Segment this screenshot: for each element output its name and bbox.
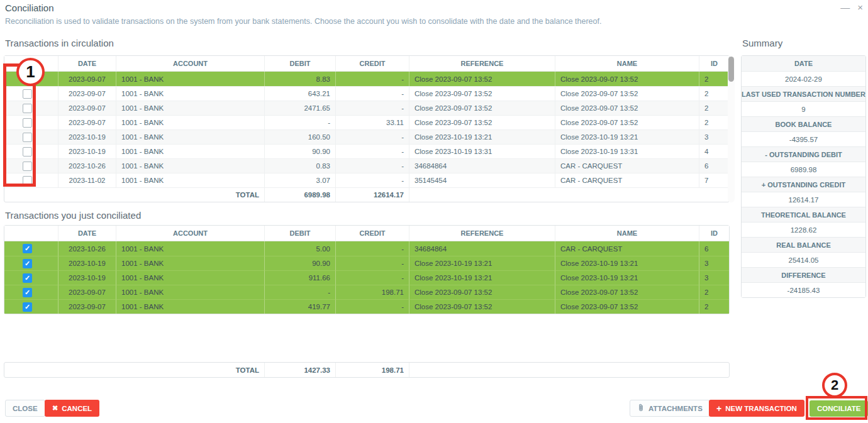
cell-reference: Close 2023-10-19 13:31 [409, 144, 555, 158]
conciliated-header-row: DATEACCOUNTDEBITCREDITREFERENCENAMEID [4, 226, 729, 241]
row-checkbox[interactable]: ✓ [23, 273, 32, 283]
transaction-row[interactable]: 2023-10-191001 - BANK90.90-Close 2023-10… [4, 144, 729, 158]
cell-name: Close 2023-09-07 13:52 [555, 86, 699, 101]
summary-label: THEORETICAL BALANCE [742, 207, 865, 222]
transaction-row[interactable]: ✓2023-10-191001 - BANK911.66-Close 2023-… [4, 270, 729, 285]
cell-credit: - [335, 129, 409, 144]
transaction-row[interactable]: ✓2023-10-261001 - BANK5.00-34684864CAR -… [4, 241, 729, 256]
column-header-date[interactable]: DATE [58, 226, 116, 241]
transaction-row[interactable]: 2023-09-071001 - BANK643.21-Close 2023-0… [4, 86, 729, 101]
new-transaction-button[interactable]: + NEW TRANSACTION [709, 400, 804, 417]
row-checkbox[interactable]: ✓ [23, 302, 32, 312]
transaction-row[interactable]: 2023-11-021001 - BANK3.07-35145454CAR - … [4, 173, 729, 187]
attachments-button[interactable]: ATTACHMENTS [630, 400, 710, 417]
summary-label: DATE [742, 56, 865, 71]
transaction-row[interactable]: 2023-09-071001 - BANK2471.65-Close 2023-… [4, 101, 729, 115]
summary-label: + OUTSTANDING CREDIT [742, 177, 865, 192]
cell-name: CAR - CARQUEST [555, 241, 699, 256]
cell-account: 1001 - BANK [116, 101, 264, 115]
cell-reference: Close 2023-09-07 13:52 [409, 86, 555, 101]
cell-credit: - [335, 256, 409, 270]
cell-debit: - [264, 115, 335, 129]
summary-label: BOOK BALANCE [742, 116, 865, 131]
x-icon: ✖ [52, 405, 58, 412]
close-icon[interactable]: × [857, 2, 863, 13]
conciliation-dialog: Conciliation — × Reconciliation is used … [0, 0, 868, 423]
cell-debit: 0.83 [264, 158, 335, 173]
cell-date: 2023-10-19 [58, 270, 116, 285]
cell-account: 1001 - BANK [116, 270, 264, 285]
column-header-credit[interactable]: CREDIT [335, 56, 409, 72]
column-header-date[interactable]: DATE [58, 56, 116, 72]
cancel-button[interactable]: ✖ CANCEL [45, 400, 99, 417]
cell-debit: 3.07 [264, 173, 335, 187]
cell-reference: Close 2023-09-07 13:52 [409, 101, 555, 115]
cell-name: Close 2023-09-07 13:52 [555, 72, 699, 86]
cell-id: 3 [699, 256, 729, 270]
cell-credit: - [335, 101, 409, 115]
cell-id: 2 [699, 115, 729, 129]
cell-credit: - [335, 241, 409, 256]
column-header-credit[interactable]: CREDIT [335, 226, 409, 241]
transaction-row[interactable]: ✓2023-09-071001 - BANK419.77-Close 2023-… [4, 299, 729, 314]
transaction-row[interactable]: ✓2023-10-191001 - BANK90.90-Close 2023-1… [4, 256, 729, 270]
transaction-row[interactable]: 2023-09-071001 - BANK8.83-Close 2023-09-… [4, 72, 729, 86]
cell-credit: - [335, 299, 409, 314]
cell-account: 1001 - BANK [116, 72, 264, 86]
column-header-account[interactable]: ACCOUNT [116, 56, 264, 72]
summary-label: LAST USED TRANSACTION NUMBER [742, 86, 865, 101]
paperclip-icon [637, 404, 645, 413]
column-header-account[interactable]: ACCOUNT [116, 226, 264, 241]
cell-date: 2023-10-19 [58, 129, 116, 144]
summary-table: DATE2024-02-29LAST USED TRANSACTION NUMB… [741, 55, 866, 298]
transaction-row[interactable]: 2023-09-071001 - BANK-33.11Close 2023-09… [4, 115, 729, 129]
transaction-row[interactable]: ✓2023-09-071001 - BANK-198.71Close 2023-… [4, 285, 729, 299]
cell-debit: 2471.65 [264, 101, 335, 115]
summary-label: DIFFERENCE [742, 267, 865, 282]
cell-date: 2023-09-07 [58, 299, 116, 314]
annotation-step1-circle: 1 [16, 58, 45, 86]
row-checkbox[interactable]: ✓ [23, 244, 32, 253]
row-checkbox[interactable]: ✓ [23, 259, 32, 268]
transaction-row[interactable]: 2023-10-261001 - BANK0.83-34684864CAR - … [4, 158, 729, 173]
cell-date: 2023-10-26 [58, 158, 116, 173]
cell-reference: 34684864 [409, 158, 555, 173]
cell-id: 6 [699, 158, 729, 173]
cell-reference: Close 2023-09-07 13:52 [409, 115, 555, 129]
cell-reference: Close 2023-09-07 13:52 [409, 285, 555, 299]
column-header-name[interactable]: NAME [555, 56, 699, 72]
column-header-debit[interactable]: DEBIT [264, 226, 335, 241]
cell-credit: 198.71 [335, 285, 409, 299]
attachments-button-label: ATTACHMENTS [648, 405, 703, 412]
minimize-icon[interactable]: — [840, 2, 850, 13]
total-credit-value: 12614.17 [335, 187, 409, 202]
cell-name: CAR - CARQUEST [555, 173, 699, 187]
close-button[interactable]: CLOSE [5, 400, 45, 417]
column-header-reference[interactable]: REFERENCE [409, 226, 555, 241]
column-header-reference[interactable]: REFERENCE [409, 56, 555, 72]
cell-debit: - [264, 285, 335, 299]
new-transaction-button-label: NEW TRANSACTION [725, 405, 797, 412]
cell-credit: - [335, 72, 409, 86]
close-button-label: CLOSE [13, 405, 38, 412]
total-label: TOTAL [4, 363, 264, 377]
scrollbar-thumb[interactable] [728, 57, 734, 82]
table-scrollbar[interactable] [728, 57, 735, 202]
row-checkbox[interactable]: ✓ [23, 288, 32, 297]
cell-account: 1001 - BANK [116, 285, 264, 299]
column-header-debit[interactable]: DEBIT [264, 56, 335, 72]
cell-id: 2 [699, 86, 729, 101]
transaction-row[interactable]: 2023-10-191001 - BANK160.50-Close 2023-1… [4, 129, 729, 144]
cell-debit: 90.90 [264, 256, 335, 270]
cell-id: 6 [699, 241, 729, 256]
cell-account: 1001 - BANK [116, 256, 264, 270]
cell-account: 1001 - BANK [116, 86, 264, 101]
cell-account: 1001 - BANK [116, 173, 264, 187]
cell-debit: 160.50 [264, 129, 335, 144]
column-header-name[interactable]: NAME [555, 226, 699, 241]
cell-id: 3 [699, 270, 729, 285]
cell-reference: Close 2023-10-19 13:21 [409, 270, 555, 285]
column-header-id[interactable]: ID [699, 56, 729, 72]
column-header-id[interactable]: ID [699, 226, 729, 241]
cell-credit: 33.11 [335, 115, 409, 129]
